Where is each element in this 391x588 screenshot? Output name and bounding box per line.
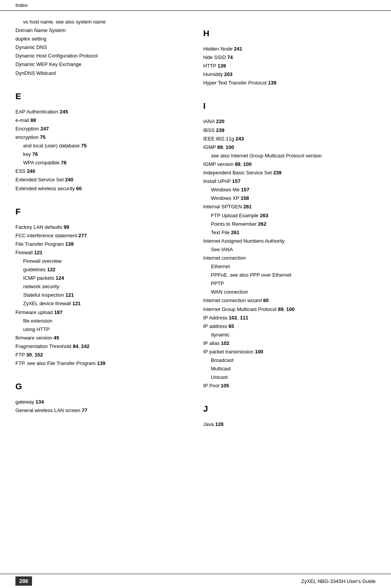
index-entry: IGMP 89, 100 [203,143,376,152]
index-entry: Internet Assigned Numbers Authority [203,237,376,245]
index-entry: EAP Authentication 245 [15,108,188,116]
index-entry: Stateful inspection 121 [15,291,188,299]
index-entry: duplex setting [15,35,188,43]
index-entry: see also Internet Group Multicast Protoc… [203,152,376,160]
index-entry: IEEE 802.11g 243 [203,135,376,143]
index-entry: File Transfer Program 139 [15,240,188,248]
index-entry: Dynamic DNS [15,43,188,52]
page-header: Index [0,0,391,11]
section-letter: H [203,29,376,39]
index-entry: PPTP [203,279,376,288]
section-letter: E [15,91,188,101]
section-letter: J [203,404,376,414]
index-entry: IP Address 102, 111 [203,314,376,322]
index-entry: Install UPnP 157 [203,177,376,186]
index-entry: Factory LAN defaults 99 [15,223,188,231]
page-content: vs host name. see also system nameDomain… [0,11,391,433]
index-entry: Independent Basic Service Set 239 [203,169,376,177]
index-entry: firmware version 45 [15,334,188,342]
index-entry: network security [15,282,188,291]
index-entry: FTP 30, 152 [15,351,188,359]
index-entry: Firmware upload 187 [15,308,188,317]
index-entry: Internet connection wizard 60 [203,296,376,305]
index-entry: WAN connection [203,288,376,296]
index-entry: Broadcast [203,356,376,365]
index-entry: FTP Upload Example 263 [203,211,376,220]
index-entry: vs host name. see also system name [15,18,188,26]
index-entry: Internal SPTGEN 261 [203,203,376,211]
index-entry: Firewall 121 [15,248,188,257]
index-entry: IP alias 102 [203,339,376,348]
left-column: vs host name. see also system nameDomain… [15,15,196,429]
index-entry: encryption 75 [15,133,188,142]
index-entry: ICMP packets 124 [15,274,188,282]
index-entry: hide SSID 74 [203,53,376,62]
index-entry: Internet Group Multicast Protocol 89, 10… [203,305,376,314]
index-entry: FTP. see also File Transfer Program 139 [15,359,188,368]
index-entry: Humidity 203 [203,70,376,79]
index-entry: Windows XP 158 [203,194,376,203]
page-number: 286 [15,576,32,586]
index-entry: Domain Name System [15,26,188,35]
index-entry: PPPoE. see also PPP over Ethernet [203,271,376,279]
index-entry: IP Pool 105 [203,382,376,390]
index-entry: Extended Service Set 240 [15,176,188,184]
index-entry: HTTP 139 [203,62,376,70]
section-letter: I [203,101,376,111]
header-title: Index [15,2,28,8]
index-entry: guidelines 122 [15,265,188,274]
index-entry: Encryption 247 [15,125,188,133]
index-entry: FCC interference statement 277 [15,231,188,240]
index-entry: Text File 261 [203,228,376,237]
right-column: HHidden Node 241hide SSID 74HTTP 139Humi… [196,15,376,429]
index-entry: See IANA [203,245,376,254]
index-entry: Multicast [203,365,376,373]
index-entry: Firewall overview [15,257,188,265]
index-entry: DynDNS Wildcard [15,69,188,78]
index-entry: General wireless LAN screen 77 [15,406,188,415]
index-entry: ESS 240 [15,167,188,176]
index-entry: Dynamic WEP Key Exchange [15,60,188,69]
guide-title: ZyXEL NBG-334SH User's Guide [301,578,376,584]
section-letter: G [15,382,188,392]
index-entry: IP address 65 [203,322,376,331]
index-entry: Windows Me 157 [203,186,376,194]
index-entry: and local (user) database 75 [15,142,188,150]
index-entry: Hidden Node 241 [203,45,376,53]
index-entry: IANA 220 [203,117,376,126]
index-entry: IBSS 239 [203,126,376,135]
index-entry: e-mail 88 [15,116,188,125]
index-entry: Fragmentation Threshold 84, 242 [15,342,188,351]
index-entry: Dynamic Host Configuration Protocol [15,52,188,60]
index-entry: Points to Remember 262 [203,220,376,228]
index-entry: Hyper Text Transfer Protocol 139 [203,79,376,87]
index-entry: dynamic [203,331,376,339]
section-letter: F [15,207,188,217]
index-entry: file extension [15,317,188,325]
index-entry: Unicast [203,373,376,382]
index-entry: WPA compatible 76 [15,159,188,167]
index-entry: ZyXEL device firewall 121 [15,299,188,308]
index-entry: gateway 134 [15,398,188,406]
index-entry: IGMP version 89, 100 [203,160,376,169]
index-entry: key 76 [15,150,188,159]
index-entry: Ethernet [203,262,376,271]
index-entry: Extended wireless security 60 [15,184,188,193]
index-entry: IP packet transmission 100 [203,348,376,356]
index-entry: Java 128 [203,420,376,429]
page-footer: 286 ZyXEL NBG-334SH User's Guide [0,574,391,588]
index-entry: using HTTP [15,325,188,334]
index-entry: Internet connection [203,254,376,262]
